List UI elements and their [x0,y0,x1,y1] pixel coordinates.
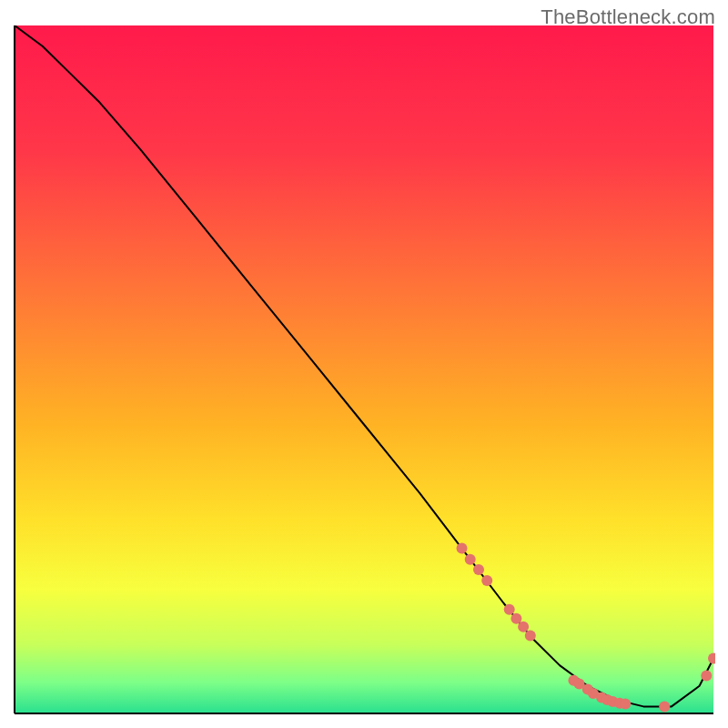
data-point [659,701,670,712]
data-point [465,554,476,565]
data-point [504,604,515,615]
watermark-text: TheBottleneck.com [541,5,715,29]
bottleneck-chart [13,25,715,715]
data-point [481,575,492,586]
data-point [457,543,468,554]
data-point [518,622,529,632]
data-point [701,670,712,681]
data-point [473,564,484,575]
data-point [525,631,536,642]
data-point [620,698,631,709]
gradient-field [15,25,713,713]
